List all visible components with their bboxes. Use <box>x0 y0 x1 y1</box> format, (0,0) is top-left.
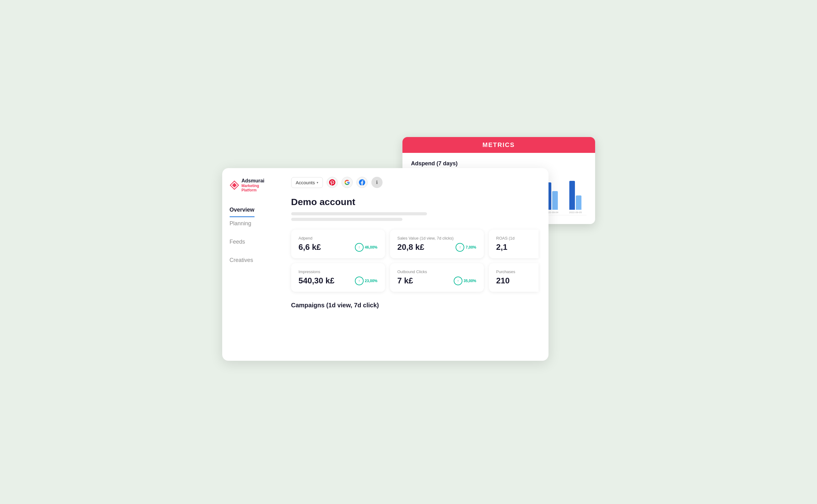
logo-text: Adsmurai Marketing Platform <box>241 178 274 192</box>
sidebar-nav: Overview Planning Feeds Creatives <box>230 204 274 267</box>
pinterest-icon[interactable] <box>327 177 338 188</box>
bar-label: 2022-09-05 <box>569 211 582 214</box>
skeleton-bar-2 <box>291 218 402 221</box>
metric-value-roas: 2,1 <box>496 242 531 252</box>
metric-card-purchases: Purchases 210 <box>489 263 539 292</box>
info-icon[interactable]: ℹ <box>371 177 383 188</box>
metric-value-sales: 20,8 k£ <box>397 242 425 252</box>
metrics-grid-row2: Impressions 540,30 k£ ↑ 23,00% Outbound … <box>291 263 539 292</box>
sidebar: Adsmurai Marketing Platform Overview Pla… <box>222 168 281 361</box>
metric-value-adpend: 6,6 k£ <box>299 242 321 252</box>
page-title: Demo account <box>291 197 539 207</box>
info-symbol: ℹ <box>376 180 378 185</box>
metric-row-adpend: 6,6 k£ ↑ 46,00% <box>299 242 378 252</box>
metric-card-sales: Sales Value (1d view, 7d clicks) 20,8 k£… <box>390 230 484 258</box>
facebook-icon[interactable] <box>356 177 368 188</box>
dropdown-arrow-icon: ▾ <box>317 181 318 184</box>
main-card: Adsmurai Marketing Platform Overview Pla… <box>222 168 548 361</box>
metric-label-purchases: Purchases <box>496 269 531 274</box>
main-content: Accounts ▾ ℹ Demo account <box>281 168 548 361</box>
metric-badge-clicks: ↑ 35,00% <box>454 277 476 285</box>
toolbar: Accounts ▾ ℹ <box>291 177 539 188</box>
metric-row-clicks: 7 k£ ↑ 35,00% <box>397 276 476 286</box>
bar-dark <box>569 181 575 210</box>
chart-title: Adspend (7 days) <box>411 160 586 167</box>
metric-label-adpend: Adpend <box>299 236 378 241</box>
metric-card-impressions: Impressions 540,30 k£ ↑ 23,00% <box>291 263 385 292</box>
skeleton-bar-1 <box>291 212 427 215</box>
metric-card-adpend: Adpend 6,6 k£ ↑ 46,00% <box>291 230 385 258</box>
metrics-grid-row1: Adpend 6,6 k£ ↑ 46,00% Sales Value (1d v… <box>291 230 539 258</box>
metric-row-impressions: 540,30 k£ ↑ 23,00% <box>299 276 378 286</box>
nav-overview[interactable]: Overview <box>230 204 255 217</box>
metric-change-impressions: 23,00% <box>365 279 378 283</box>
up-arrow-clicks: ↑ <box>454 277 462 285</box>
up-arrow-impressions: ↑ <box>355 277 364 285</box>
page-wrapper: METRICS Adspend (7 days) 40,000 £ 20,000… <box>222 137 595 367</box>
campaigns-title: Campaigns (1d view, 7d click) <box>291 302 539 309</box>
metric-badge-sales: ↑ 7,00% <box>456 243 476 252</box>
platform-name: Marketing Platform <box>241 184 274 192</box>
metric-label-sales: Sales Value (1d view, 7d clicks) <box>397 236 476 241</box>
accounts-label: Accounts <box>296 180 315 185</box>
nav-creatives[interactable]: Creatives <box>230 254 274 267</box>
accounts-dropdown[interactable]: Accounts ▾ <box>291 177 323 188</box>
bar-light <box>576 195 581 210</box>
metric-change-sales: 7,00% <box>466 245 476 250</box>
metric-card-clicks: Outbound Clicks 7 k£ ↑ 35,00% <box>390 263 484 292</box>
metric-value-impressions: 540,30 k£ <box>299 276 335 286</box>
metric-badge-adpend: ↑ 46,00% <box>355 243 378 252</box>
metric-label-clicks: Outbound Clicks <box>397 269 476 274</box>
metric-label-impressions: Impressions <box>299 269 378 274</box>
metric-change-clicks: 35,00% <box>464 279 476 283</box>
brand-name: Adsmurai <box>241 178 274 184</box>
metric-value-clicks: 7 k£ <box>397 276 413 286</box>
metric-label-roas: ROAS (1d <box>496 236 531 241</box>
nav-feeds[interactable]: Feeds <box>230 236 274 248</box>
metric-card-roas: ROAS (1d 2,1 <box>489 230 539 258</box>
metric-badge-impressions: ↑ 23,00% <box>355 277 378 285</box>
metric-change-adpend: 46,00% <box>365 245 378 250</box>
bar-light <box>552 191 558 210</box>
bar-group: 2022-09-05 <box>565 181 586 214</box>
metric-row-sales: 20,8 k£ ↑ 7,00% <box>397 242 476 252</box>
logo-area: Adsmurai Marketing Platform <box>230 178 274 192</box>
logo-icon <box>230 180 239 190</box>
up-arrow-sales: ↑ <box>456 243 464 252</box>
nav-planning[interactable]: Planning <box>230 217 274 230</box>
metric-value-purchases: 210 <box>496 276 531 286</box>
metrics-header: METRICS <box>402 137 595 153</box>
up-arrow-adpend: ↑ <box>355 243 364 252</box>
svg-marker-1 <box>232 183 236 187</box>
google-icon[interactable] <box>342 177 353 188</box>
